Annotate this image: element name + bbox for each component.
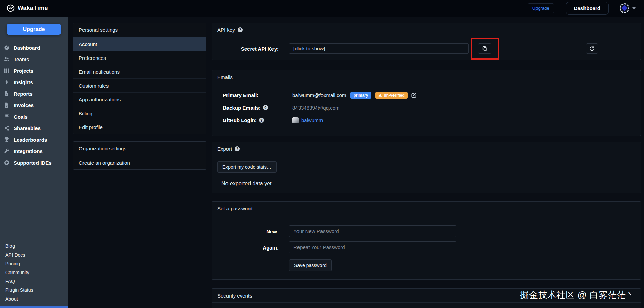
sidebar-footer-links: Blog API Docs Pricing Community FAQ Plug… [5, 242, 33, 303]
refresh-icon [589, 46, 595, 51]
help-question-icon[interactable]: ? [263, 105, 268, 110]
topbar-upgrade-button[interactable]: Upgrade [528, 3, 554, 13]
regenerate-api-key-button[interactable] [586, 43, 598, 54]
sidebar-bottom-strip [0, 306, 68, 308]
organization-settings-box: Organization settings Create an organiza… [73, 141, 206, 170]
help-question-icon[interactable]: ? [235, 146, 240, 151]
github-avatar [292, 117, 299, 123]
sidebar-item-label: Reports [14, 91, 33, 97]
settings-nav-email-notifications[interactable]: Email notifications [73, 65, 206, 78]
password-header: Set a password [212, 202, 641, 215]
dashboard-gauge-icon [3, 45, 10, 50]
footer-link-about[interactable]: About [5, 296, 18, 302]
security-events-title: Security events [217, 293, 252, 299]
emails-section: Emails Primary Email: baiwumm@foxmail.co… [212, 70, 641, 136]
chevron-down-icon[interactable] [632, 7, 636, 9]
sidebar-item-label: Shareables [14, 125, 41, 131]
backup-emails-value: 843348394@qq.com [292, 105, 340, 111]
export-header: Export ? [212, 142, 641, 156]
repeat-password-row: Again: [212, 241, 641, 253]
insights-bolt-icon [3, 79, 10, 85]
save-password-button[interactable]: Save password [289, 259, 332, 271]
footer-link-api-docs[interactable]: API Docs [5, 252, 25, 258]
wrench-icon [3, 148, 10, 154]
sidebar-item-label: Leaderboards [14, 137, 47, 143]
export-section: Export ? Export my code stats… No export… [212, 142, 641, 193]
topbar-dashboard-button[interactable]: Dashboard [566, 2, 609, 15]
sidebar-item-insights[interactable]: Insights [0, 76, 68, 88]
api-key-body: Secret API Key: [click to show] [212, 37, 641, 60]
help-question-icon[interactable]: ? [259, 118, 264, 123]
sidebar-item-dashboard[interactable]: Dashboard [0, 42, 68, 53]
organization-settings-header: Organization settings [73, 142, 206, 156]
settings-nav-preferences[interactable]: Preferences [73, 51, 206, 65]
footer-link-faq[interactable]: FAQ [5, 279, 15, 284]
copy-api-key-button[interactable] [478, 43, 491, 54]
share-icon [3, 125, 10, 131]
emails-header: Emails [212, 70, 641, 84]
settings-nav-app-authorizations[interactable]: App authorizations [73, 92, 206, 106]
settings-nav-edit-profile[interactable]: Edit profile [73, 120, 206, 134]
edit-email-icon[interactable] [411, 92, 417, 98]
sidebar-upgrade-button[interactable]: Upgrade [7, 24, 61, 35]
topbar-actions: Upgrade Dashboard [528, 2, 636, 15]
topbar: WakaTime Upgrade Dashboard [0, 0, 644, 17]
sidebar-item-supported-ides[interactable]: Supported IDEs [0, 157, 68, 168]
goals-flag-icon [3, 114, 10, 119]
sidebar-item-goals[interactable]: Goals [0, 111, 68, 122]
api-key-section: API key ? Secret API Key: [click to show… [212, 23, 641, 60]
export-title: Export [217, 146, 232, 152]
emails-title: Emails [217, 74, 233, 80]
sidebar-item-label: Invoices [14, 102, 34, 108]
export-empty-text: No exported data yet. [221, 181, 641, 187]
footer-link-blog[interactable]: Blog [5, 243, 15, 249]
help-question-icon[interactable]: ? [238, 27, 243, 32]
footer-link-pricing[interactable]: Pricing [5, 261, 20, 266]
emails-body: Primary Email: baiwumm@foxmail.com prima… [212, 84, 641, 126]
user-avatar[interactable] [620, 3, 629, 13]
settings-nav-account[interactable]: Account [73, 37, 206, 51]
sidebar-item-projects[interactable]: Projects [0, 65, 68, 76]
sidebar-item-leaderboards[interactable]: Leaderboards [0, 134, 68, 145]
password-title: Set a password [217, 206, 252, 211]
sidebar-item-label: Integrations [14, 148, 43, 154]
sidebar-item-label: Teams [14, 56, 29, 62]
trophy-icon [3, 137, 10, 142]
plus-circle-icon [3, 160, 10, 165]
backup-emails-label: Backup Emails: ? [223, 105, 292, 111]
wakatime-logo[interactable]: WakaTime [7, 4, 48, 12]
footer-link-plugin-status[interactable]: Plugin Status [5, 287, 33, 293]
sidebar-item-shareables[interactable]: Shareables [0, 122, 68, 134]
sidebar-item-invoices[interactable]: Invoices [0, 99, 68, 111]
copy-icon [482, 46, 487, 51]
sidebar-item-integrations[interactable]: Integrations [0, 145, 68, 157]
sidebar-item-teams[interactable]: Teams [0, 53, 68, 65]
repeat-password-input[interactable] [289, 241, 456, 253]
github-login-label: GitHub Login: ? [223, 117, 292, 123]
primary-email-row: Primary Email: baiwumm@foxmail.com prima… [223, 89, 641, 101]
warning-triangle-icon [378, 93, 382, 97]
reports-file-icon [3, 91, 10, 96]
security-events-section: Security events [212, 288, 641, 308]
sidebar-item-label: Insights [14, 79, 33, 85]
new-password-input[interactable] [289, 225, 456, 237]
new-password-label: New: [212, 228, 279, 234]
backup-emails-row: Backup Emails: ? 843348394@qq.com [223, 101, 641, 114]
github-username-link[interactable]: baiwumm [301, 117, 323, 123]
settings-nav-billing[interactable]: Billing [73, 106, 206, 120]
sidebar-item-reports[interactable]: Reports [0, 88, 68, 99]
primary-badge: primary [350, 92, 371, 99]
settings-nav: Personal settings Account Preferences Em… [73, 23, 206, 170]
settings-nav-custom-rules[interactable]: Custom rules [73, 78, 206, 92]
primary-email-label: Primary Email: [223, 92, 292, 98]
sidebar-item-label: Supported IDEs [14, 160, 52, 166]
secret-api-key-field[interactable]: [click to show] [289, 43, 469, 54]
secret-api-key-label: Secret API Key: [212, 46, 279, 52]
sidebar-nav: Dashboard Teams Projects Insights Report… [0, 42, 68, 168]
settings-nav-create-organization[interactable]: Create an organization [73, 156, 206, 169]
footer-link-community[interactable]: Community [5, 270, 29, 275]
repeat-password-label: Again: [212, 244, 279, 250]
export-code-stats-button[interactable]: Export my code stats… [217, 161, 277, 173]
avatar-diamond [621, 5, 627, 11]
api-key-header: API key ? [212, 23, 641, 37]
